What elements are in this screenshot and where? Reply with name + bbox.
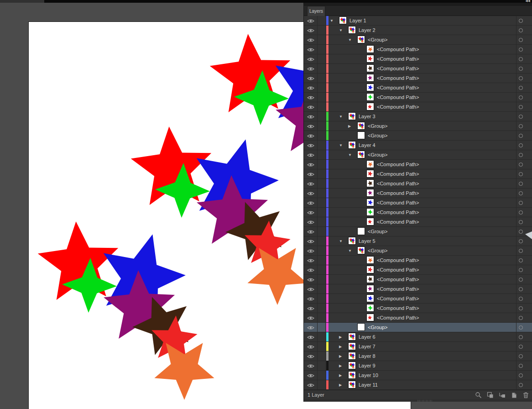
- layer-name[interactable]: <Compound Path>: [377, 313, 419, 322]
- layer-name[interactable]: Layer 7: [359, 342, 376, 351]
- target-circle[interactable]: [519, 38, 523, 42]
- target-circle[interactable]: [519, 19, 523, 23]
- layer-name[interactable]: <Compound Path>: [377, 304, 419, 313]
- lock-toggle-cell[interactable]: [318, 150, 326, 159]
- target-circle[interactable]: [519, 76, 523, 80]
- layer-row-1[interactable]: ▼Layer 1: [304, 16, 532, 26]
- layer-name[interactable]: Layer 8: [359, 351, 376, 361]
- layer-thumbnail[interactable]: [366, 74, 374, 82]
- layer-thumbnail[interactable]: [366, 199, 374, 206]
- target-circle[interactable]: [519, 249, 523, 253]
- layer-thumbnail[interactable]: [348, 342, 356, 350]
- layer-name[interactable]: <Compound Path>: [377, 160, 419, 169]
- layer-thumbnail[interactable]: [357, 131, 365, 139]
- visibility-toggle[interactable]: [304, 217, 318, 226]
- create-new-layer-icon[interactable]: [511, 392, 517, 399]
- layer-name[interactable]: <Group>: [368, 227, 387, 236]
- layer-row-38[interactable]: ▶Layer 10: [304, 371, 532, 380]
- layer-name[interactable]: <Compound Path>: [377, 217, 419, 226]
- lock-toggle-cell[interactable]: [318, 332, 326, 341]
- layer-row-29[interactable]: <Compound Path>: [304, 284, 532, 294]
- layer-row-31[interactable]: <Compound Path>: [304, 304, 532, 313]
- layer-name[interactable]: <Compound Path>: [377, 265, 419, 274]
- layer-name[interactable]: <Compound Path>: [377, 208, 419, 217]
- target-circle[interactable]: [519, 364, 523, 368]
- layer-row-24[interactable]: ▼Layer 5: [304, 236, 532, 246]
- layer-name[interactable]: Layer 2: [359, 26, 376, 35]
- layer-thumbnail[interactable]: [366, 189, 374, 197]
- target-circle[interactable]: [519, 47, 523, 52]
- lock-toggle-cell[interactable]: [318, 131, 326, 140]
- visibility-toggle[interactable]: [304, 256, 318, 265]
- lock-toggle-cell[interactable]: [318, 342, 326, 351]
- expand-down-icon[interactable]: ▼: [339, 141, 343, 150]
- target-circle[interactable]: [519, 105, 523, 109]
- target-circle[interactable]: [519, 325, 523, 330]
- expand-down-icon[interactable]: ▼: [348, 150, 352, 159]
- target-circle[interactable]: [519, 124, 523, 128]
- layer-row-32[interactable]: <Compound Path>: [304, 313, 532, 323]
- target-circle[interactable]: [519, 278, 523, 282]
- layer-thumbnail[interactable]: [348, 381, 356, 388]
- layer-row-13[interactable]: <Group>: [304, 131, 532, 141]
- visibility-toggle[interactable]: [304, 294, 318, 303]
- layer-name[interactable]: <Compound Path>: [377, 54, 419, 63]
- layer-row-21[interactable]: <Compound Path>: [304, 208, 532, 217]
- layer-thumbnail[interactable]: [366, 170, 374, 178]
- layer-row-7[interactable]: <Compound Path>: [304, 73, 532, 83]
- visibility-toggle[interactable]: [304, 102, 318, 111]
- lock-toggle-cell[interactable]: [318, 179, 326, 188]
- expand-down-icon[interactable]: ▼: [339, 26, 343, 35]
- visibility-toggle[interactable]: [304, 150, 318, 159]
- layer-thumbnail[interactable]: [348, 237, 356, 245]
- lock-toggle-cell[interactable]: [318, 93, 326, 102]
- visibility-toggle[interactable]: [304, 64, 318, 73]
- target-circle[interactable]: [519, 115, 523, 119]
- lock-toggle-cell[interactable]: [318, 64, 326, 73]
- lock-toggle-cell[interactable]: [318, 121, 326, 131]
- layer-thumbnail[interactable]: [366, 304, 374, 312]
- lock-toggle-cell[interactable]: [318, 169, 326, 178]
- layer-name[interactable]: <Compound Path>: [377, 256, 419, 265]
- expand-right-icon[interactable]: ▶: [339, 361, 342, 370]
- target-circle[interactable]: [519, 163, 523, 167]
- layer-name[interactable]: <Group>: [368, 131, 387, 140]
- layer-thumbnail[interactable]: [357, 246, 365, 254]
- layer-row-30[interactable]: <Compound Path>: [304, 294, 532, 304]
- visibility-toggle[interactable]: [304, 265, 318, 274]
- layer-row-37[interactable]: ▶Layer 9: [304, 361, 532, 371]
- target-circle[interactable]: [519, 57, 523, 61]
- create-new-sublayer-icon[interactable]: [499, 392, 506, 399]
- expand-down-icon[interactable]: ▼: [339, 236, 343, 246]
- lock-toggle-cell[interactable]: [318, 26, 326, 35]
- layer-thumbnail[interactable]: [348, 112, 356, 120]
- layer-row-27[interactable]: <Compound Path>: [304, 265, 532, 275]
- layer-row-8[interactable]: <Compound Path>: [304, 83, 532, 93]
- expand-right-icon[interactable]: ▶: [339, 342, 342, 351]
- layer-row-11[interactable]: ▼Layer 3: [304, 112, 532, 121]
- visibility-toggle[interactable]: [304, 323, 318, 332]
- layer-thumbnail[interactable]: [357, 227, 365, 235]
- layer-row-39[interactable]: ▶Layer 11: [304, 380, 532, 390]
- layer-row-33[interactable]: <Group>: [304, 323, 532, 332]
- target-circle[interactable]: [519, 143, 523, 147]
- visibility-toggle[interactable]: [304, 198, 318, 207]
- layer-name[interactable]: <Group>: [368, 246, 387, 255]
- target-circle[interactable]: [519, 383, 523, 387]
- lock-toggle-cell[interactable]: [318, 275, 326, 284]
- layer-row-18[interactable]: <Compound Path>: [304, 179, 532, 189]
- target-circle[interactable]: [519, 95, 523, 100]
- layer-thumbnail[interactable]: [348, 26, 356, 34]
- layer-thumbnail[interactable]: [366, 218, 374, 225]
- visibility-toggle[interactable]: [304, 83, 318, 92]
- layer-row-36[interactable]: ▶Layer 8: [304, 351, 532, 361]
- lock-toggle-cell[interactable]: [318, 380, 326, 389]
- visibility-toggle[interactable]: [304, 35, 318, 44]
- visibility-toggle[interactable]: [304, 169, 318, 178]
- layer-thumbnail[interactable]: [348, 141, 356, 149]
- layer-name[interactable]: Layer 1: [349, 16, 366, 25]
- lock-toggle-cell[interactable]: [318, 304, 326, 313]
- visibility-toggle[interactable]: [304, 227, 318, 236]
- target-circle[interactable]: [519, 258, 523, 262]
- target-circle[interactable]: [519, 86, 523, 90]
